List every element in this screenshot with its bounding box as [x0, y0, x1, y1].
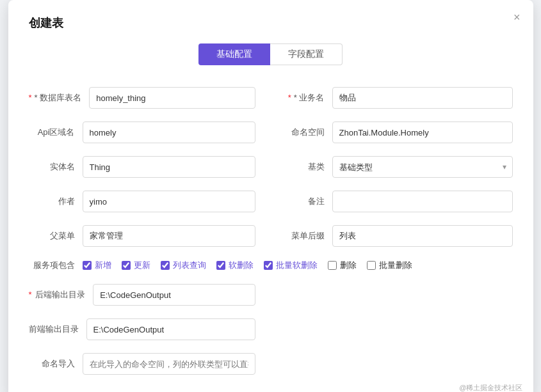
backend-output-input[interactable]	[93, 284, 255, 306]
form-item-base-type: 基类 基础类型 其他类型 ▾	[271, 150, 513, 184]
service-batch-delete-checkbox[interactable]	[367, 261, 376, 270]
service-add[interactable]: 新增	[83, 260, 111, 271]
tab-bar: 基础配置 字段配置	[29, 43, 513, 65]
naming-import-input[interactable]	[83, 353, 255, 375]
form-item-naming-import: 命名导入	[29, 347, 271, 381]
parent-menu-label: 父菜单	[29, 230, 75, 242]
create-table-dialog: 创建表 × 基础配置 字段配置 ** 数据库表名 ** 业务名 Api区域名 命…	[8, 0, 533, 392]
form-item-parent-menu: 父菜单	[29, 219, 271, 253]
watermark: @稀土掘金技术社区	[459, 383, 522, 392]
remark-label: 备注	[279, 196, 325, 207]
db-table-label: ** 数据库表名	[29, 92, 82, 104]
form-item-author: 作者	[29, 184, 271, 219]
services-label: 服务项包含	[29, 260, 75, 271]
dialog-title: 创建表	[29, 15, 513, 31]
service-soft-delete-checkbox[interactable]	[216, 261, 225, 270]
services-row: 服务项包含 新增 更新 列表查询 软删除	[29, 253, 513, 278]
service-delete[interactable]: 删除	[328, 260, 357, 271]
service-update[interactable]: 更新	[122, 260, 150, 271]
form-item-empty-right-1	[271, 278, 513, 312]
form-item-entity: 实体名	[29, 150, 271, 184]
form-item-business-name: ** 业务名	[271, 81, 513, 115]
author-label: 作者	[29, 196, 75, 207]
service-update-checkbox[interactable]	[122, 261, 131, 270]
services-checks: 新增 更新 列表查询 软删除 批量软删除	[83, 260, 412, 271]
service-list-query-label: 列表查询	[173, 260, 206, 271]
db-table-input[interactable]	[89, 87, 255, 109]
api-domain-input[interactable]	[83, 122, 255, 143]
base-type-select[interactable]: 基础类型 其他类型	[332, 156, 513, 178]
form-grid: ** 数据库表名 ** 业务名 Api区域名 命名空间 实体名 基类	[29, 81, 513, 381]
frontend-output-label: 前端输出目录	[29, 324, 79, 335]
form-item-backend-output: * 后端输出目录	[29, 278, 271, 312]
service-add-checkbox[interactable]	[83, 261, 92, 270]
form-item-frontend-output: 前端输出目录	[29, 312, 271, 347]
entity-label: 实体名	[29, 161, 75, 173]
business-name-input[interactable]	[332, 87, 513, 109]
service-delete-checkbox[interactable]	[328, 261, 337, 270]
form-item-empty-right-3	[271, 347, 513, 381]
tab-basic[interactable]: 基础配置	[198, 43, 270, 65]
service-update-label: 更新	[134, 260, 150, 271]
remark-input[interactable]	[332, 191, 513, 212]
business-name-label: ** 业务名	[279, 92, 325, 104]
service-batch-delete-label: 批量删除	[379, 260, 412, 271]
api-domain-label: Api区域名	[29, 127, 75, 138]
form-item-menu-suffix: 菜单后缀	[271, 219, 513, 253]
backend-output-label: * 后端输出目录	[29, 289, 86, 301]
service-soft-delete[interactable]: 软删除	[216, 260, 254, 271]
base-type-label: 基类	[279, 161, 325, 173]
form-item-namespace: 命名空间	[271, 115, 513, 150]
service-batch-soft-delete[interactable]: 批量软删除	[264, 260, 318, 271]
form-item-api-domain: Api区域名	[29, 115, 271, 150]
naming-import-label: 命名导入	[29, 358, 75, 370]
service-add-label: 新增	[95, 260, 111, 271]
service-list-query[interactable]: 列表查询	[161, 260, 206, 271]
form-item-remark: 备注	[271, 184, 513, 219]
frontend-output-input[interactable]	[86, 318, 255, 340]
service-batch-soft-delete-label: 批量软删除	[276, 260, 318, 271]
service-delete-label: 删除	[340, 260, 357, 271]
tab-field[interactable]: 字段配置	[270, 43, 343, 65]
parent-menu-input[interactable]	[83, 225, 255, 247]
service-batch-soft-delete-checkbox[interactable]	[264, 261, 273, 270]
menu-suffix-label: 菜单后缀	[279, 230, 325, 242]
service-soft-delete-label: 软删除	[229, 260, 254, 271]
close-button[interactable]: ×	[513, 12, 521, 23]
service-batch-delete[interactable]: 批量删除	[367, 260, 412, 271]
namespace-label: 命名空间	[279, 127, 325, 138]
service-list-query-checkbox[interactable]	[161, 261, 170, 270]
form-item-db-table: ** 数据库表名	[29, 81, 271, 115]
form-item-empty-right-2	[271, 312, 513, 347]
entity-input[interactable]	[83, 156, 255, 178]
base-type-select-wrap: 基础类型 其他类型 ▾	[332, 156, 513, 178]
author-input[interactable]	[83, 191, 255, 212]
menu-suffix-input[interactable]	[332, 225, 513, 247]
namespace-input[interactable]	[332, 122, 513, 143]
